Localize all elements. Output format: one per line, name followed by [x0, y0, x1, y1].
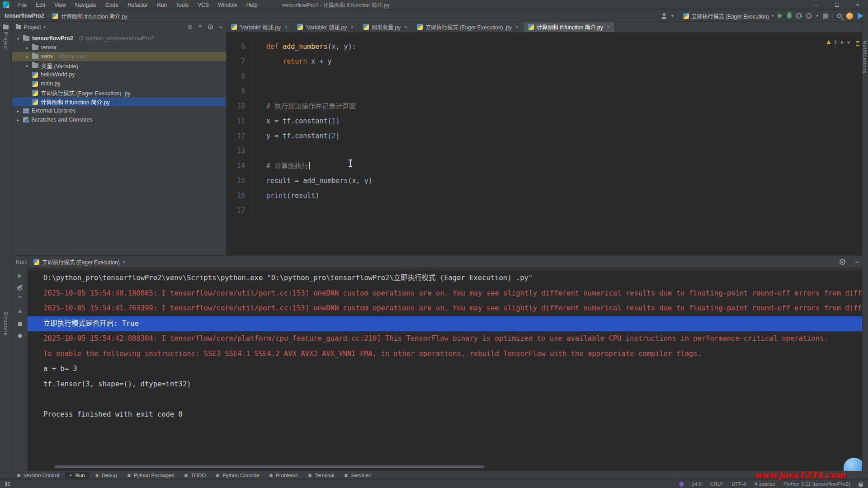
close-tab-icon[interactable]: × [515, 24, 519, 30]
minimize-button[interactable]: – [806, 0, 826, 9]
close-tab-icon[interactable]: × [350, 24, 354, 30]
toolwindow-button-vcs[interactable]: Version Control [13, 472, 63, 479]
collapse-all-icon[interactable]: ≡ [198, 24, 202, 30]
next-problem-icon[interactable]: ∨ [847, 39, 850, 45]
panel-settings-icon[interactable] [208, 24, 213, 29]
scroll-to-end-icon[interactable]: ≡ [18, 309, 21, 314]
locate-file-icon[interactable]: ⊕ [188, 24, 193, 30]
plugin-gem-icon[interactable] [679, 481, 684, 487]
menu-view[interactable]: View [50, 1, 70, 9]
clear-console-icon[interactable] [18, 322, 22, 326]
run-configuration-select[interactable]: 立即执行模式 (Eager Execution) ▾ [683, 12, 774, 20]
editor-tab-5[interactable]: 计算图和 tf.function 简介.py× [524, 22, 615, 32]
prev-problem-icon[interactable]: ∧ [840, 39, 844, 45]
tree-item[interactable]: 立即执行模式 (Eager Execution) .py [12, 88, 226, 97]
editor-tab-2[interactable]: 'Variable' 创建.py× [292, 22, 359, 32]
toolwindow-button-debug[interactable]: Debug [91, 472, 121, 479]
warning-stripe-mark[interactable] [856, 41, 859, 42]
menu-navigate[interactable]: Navigate [71, 1, 100, 9]
run-tool-window: Run: 立即执行模式 (Eager Execution) × – ≡ ≡ D:… [12, 256, 862, 471]
editor-tab-1[interactable]: 'Variable' 概述.py× [226, 22, 292, 32]
tree-item[interactable]: ▸venvlibrary root [12, 52, 226, 61]
close-tab-icon[interactable]: × [284, 24, 288, 30]
user-icon[interactable] [661, 13, 667, 19]
toolwindow-button-problems[interactable]: Problems [265, 472, 302, 479]
restore-button[interactable] [826, 0, 847, 9]
horizontal-scrollbar[interactable] [55, 465, 484, 468]
editor[interactable]: 6def add_numbers(x, y):7 return x + y891… [226, 33, 862, 255]
breadcrumb-file[interactable]: 计算图和 tf.function 简介.py [61, 12, 127, 20]
toolwindow-button-todo[interactable]: TODO [180, 472, 210, 479]
debug-button[interactable] [787, 13, 792, 19]
toolwindow-button-packages[interactable]: Python Packages [123, 472, 179, 479]
status-indent[interactable]: 4 spaces [755, 481, 775, 487]
tool-stripe-project[interactable]: Project [0, 25, 12, 50]
run-with-coverage-button[interactable] [796, 13, 802, 19]
status-line-separator[interactable]: CRLF [710, 481, 723, 487]
tree-arrow-icon[interactable]: ▸ [16, 108, 20, 113]
tree-item[interactable]: helloWorld.py [12, 70, 226, 79]
menu-tools[interactable]: Tools [172, 1, 193, 9]
tree-arrow-icon[interactable]: ▸ [25, 63, 29, 68]
tree-item[interactable]: main.py [12, 79, 226, 88]
tree-item[interactable]: ▾tensorflowPro2D:\python_pro\tensorflowP… [12, 34, 226, 43]
run-console[interactable]: D:\python_pro\tensorflowPro2\venv\Script… [28, 268, 862, 471]
menu-code[interactable]: Code [101, 1, 123, 9]
run-tab[interactable]: 立即执行模式 (Eager Execution) × [31, 257, 128, 267]
profiler-button[interactable] [806, 13, 811, 19]
menu-refactor[interactable]: Refactor [123, 1, 152, 9]
menu-help[interactable]: Help [242, 1, 262, 9]
run-button[interactable] [778, 13, 783, 19]
project-panel-title[interactable]: Project [24, 24, 41, 30]
warning-stripe-mark[interactable] [856, 45, 859, 46]
pin-tab-icon[interactable] [18, 334, 22, 338]
menu-vcs[interactable]: VCS [193, 1, 213, 9]
close-tab-icon[interactable]: × [404, 24, 407, 30]
breadcrumb-project[interactable]: tensorflowPro2 [5, 13, 44, 19]
close-tab-icon[interactable]: × [607, 24, 610, 30]
toolwindow-button-python-console[interactable]: Python Console [212, 472, 263, 479]
search-everywhere-icon[interactable] [837, 14, 842, 18]
softwrap-icon[interactable]: ≡ [18, 295, 21, 301]
tree-arrow-icon[interactable]: ▸ [16, 117, 20, 122]
update-badge-icon[interactable] [846, 13, 853, 19]
project-view-dropdown-icon[interactable]: ▾ [43, 25, 46, 29]
tool-stripe-structure[interactable]: Structure [0, 312, 12, 336]
console-line: tf.Tensor(3, shape=(), dtype=int32) [28, 377, 862, 392]
menu-window[interactable]: Window [214, 1, 241, 9]
menu-edit[interactable]: Edit [32, 1, 49, 9]
toolwindow-button-run[interactable]: Run [65, 472, 89, 479]
tree-item[interactable]: ▸tensor [12, 43, 226, 52]
stop-button[interactable] [823, 14, 828, 19]
status-encoding[interactable]: UTF-8 [731, 481, 746, 487]
menu-file[interactable]: File [14, 1, 31, 9]
rerun-icon[interactable] [18, 274, 22, 278]
toolwindow-button-services[interactable]: Services [340, 472, 375, 479]
tree-arrow-icon[interactable]: ▸ [25, 54, 29, 59]
tool-stripe-notifications[interactable]: Notifications [862, 41, 868, 74]
tool-window-toggle-icon[interactable] [5, 482, 10, 486]
run-settings-wrench-icon[interactable] [18, 285, 22, 289]
close-run-tab-icon[interactable]: × [123, 259, 126, 265]
hide-panel-icon[interactable]: – [219, 24, 222, 30]
inspections-widget[interactable]: 2 ∧ ∨ [826, 39, 850, 45]
tree-item[interactable]: ▸Scratches and Consoles [12, 115, 226, 124]
close-button[interactable]: × [847, 0, 868, 9]
hide-run-panel-icon[interactable]: – [855, 259, 859, 265]
status-caret-position[interactable]: 14:9 [692, 481, 702, 487]
tree-arrow-icon[interactable]: ▸ [25, 45, 29, 50]
tree-item[interactable]: ▸变量 (Variable) [12, 61, 226, 70]
toolwindow-button-terminal[interactable]: Terminal [304, 472, 338, 479]
lock-icon[interactable] [859, 483, 863, 487]
user-dropdown-icon[interactable]: ▾ [671, 14, 674, 18]
editor-tab-3[interactable]: 图形变量.py× [359, 22, 412, 32]
more-run-options-icon[interactable]: ▾ [816, 14, 818, 18]
run-settings-icon[interactable] [840, 259, 845, 265]
tree-item[interactable]: ▸External Libraries [12, 106, 226, 115]
status-interpreter[interactable]: Python 3.11 (tensorflowPro2) [783, 481, 850, 487]
tree-arrow-icon[interactable]: ▾ [16, 36, 20, 41]
store-icon[interactable] [858, 13, 863, 19]
menu-run[interactable]: Run [153, 1, 171, 9]
editor-tab-4[interactable]: 立即执行模式 (Eager Execution) .py× [412, 22, 524, 32]
tree-item[interactable]: 计算图和 tf.function 简介.py [12, 97, 226, 106]
